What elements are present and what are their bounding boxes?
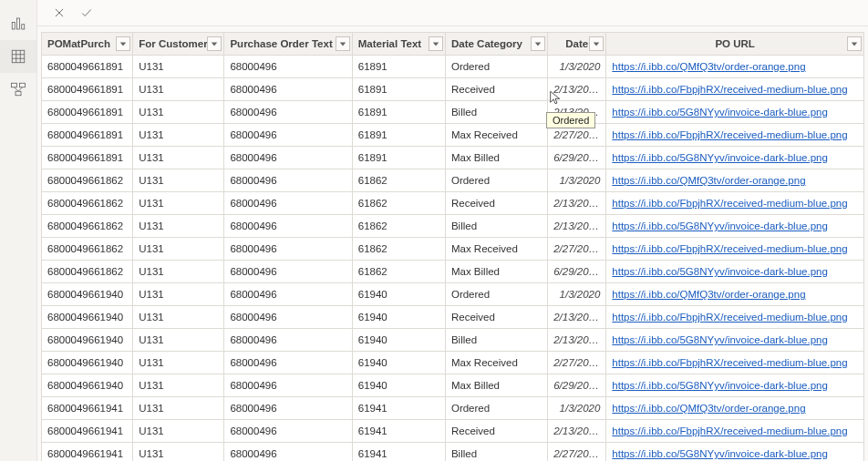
- cell[interactable]: https://i.ibb.co/FbpjhRX/received-medium…: [606, 420, 864, 443]
- cell[interactable]: Max Received: [445, 352, 547, 374]
- cell[interactable]: https://i.ibb.co/FbpjhRX/received-medium…: [606, 192, 864, 215]
- cell[interactable]: Ordered: [445, 283, 547, 306]
- cell[interactable]: 2/13/2020: [548, 215, 606, 238]
- cell[interactable]: 61891: [352, 101, 445, 124]
- cell[interactable]: 61940: [352, 352, 445, 374]
- table-row[interactable]: 6800049661940U1316800049661940Max Billed…: [42, 374, 864, 397]
- model-view-button[interactable]: [0, 73, 36, 106]
- po-url-link[interactable]: https://i.ibb.co/FbpjhRX/received-medium…: [612, 243, 847, 254]
- cell[interactable]: Received: [445, 420, 547, 443]
- table-row[interactable]: 6800049661862U1316800049661862Max Receiv…: [42, 238, 864, 261]
- cell[interactable]: U131: [133, 397, 224, 420]
- cell[interactable]: 61862: [352, 192, 445, 215]
- table-row[interactable]: 6800049661891U1316800049661891Ordered1/3…: [42, 56, 864, 78]
- po-url-link[interactable]: https://i.ibb.co/QMfQ3tv/order-orange.pn…: [612, 175, 805, 186]
- filter-icon[interactable]: [589, 36, 604, 51]
- table-row[interactable]: 6800049661941U1316800049661941Ordered1/3…: [42, 397, 864, 420]
- po-url-link[interactable]: https://i.ibb.co/5G8NYyv/invoice-dark-bl…: [612, 448, 828, 459]
- cell[interactable]: 6/29/2020: [548, 147, 606, 169]
- cell[interactable]: https://i.ibb.co/FbpjhRX/received-medium…: [606, 124, 864, 147]
- cell[interactable]: 61941: [352, 397, 445, 420]
- cell[interactable]: 68000496: [224, 147, 352, 169]
- po-url-link[interactable]: https://i.ibb.co/5G8NYyv/invoice-dark-bl…: [612, 152, 828, 163]
- cell[interactable]: 68000496: [224, 283, 352, 306]
- cell[interactable]: Ordered: [445, 56, 547, 78]
- cell[interactable]: https://i.ibb.co/5G8NYyv/invoice-dark-bl…: [606, 261, 864, 283]
- col-header-date[interactable]: Date: [548, 33, 606, 56]
- table-row[interactable]: 6800049661941U1316800049661941Received2/…: [42, 420, 864, 443]
- po-url-link[interactable]: https://i.ibb.co/FbpjhRX/received-medium…: [612, 312, 847, 323]
- cell[interactable]: 2/13/2020: [548, 78, 606, 101]
- cell[interactable]: 61940: [352, 329, 445, 352]
- cell[interactable]: https://i.ibb.co/5G8NYyv/invoice-dark-bl…: [606, 443, 864, 462]
- table-row[interactable]: 6800049661862U1316800049661862Ordered1/3…: [42, 169, 864, 192]
- cell[interactable]: U131: [133, 192, 224, 215]
- cell[interactable]: 6800049661862: [42, 192, 133, 215]
- cell[interactable]: 6/29/2020: [548, 374, 606, 397]
- cell[interactable]: 6800049661891: [42, 147, 133, 169]
- cell[interactable]: https://i.ibb.co/5G8NYyv/invoice-dark-bl…: [606, 374, 864, 397]
- cell[interactable]: 68000496: [224, 397, 352, 420]
- cell[interactable]: https://i.ibb.co/FbpjhRX/received-medium…: [606, 238, 864, 261]
- cell[interactable]: 61941: [352, 420, 445, 443]
- cell[interactable]: Billed: [445, 443, 547, 462]
- cell[interactable]: 2/27/2020: [548, 238, 606, 261]
- commit-formula-button[interactable]: [76, 4, 98, 22]
- cell[interactable]: U131: [133, 215, 224, 238]
- filter-icon[interactable]: [207, 36, 222, 51]
- cell[interactable]: https://i.ibb.co/5G8NYyv/invoice-dark-bl…: [606, 101, 864, 124]
- cell[interactable]: 6800049661891: [42, 78, 133, 101]
- cell[interactable]: U131: [133, 101, 224, 124]
- filter-icon[interactable]: [531, 36, 545, 51]
- po-url-link[interactable]: https://i.ibb.co/FbpjhRX/received-medium…: [612, 357, 847, 368]
- cell[interactable]: 61862: [352, 169, 445, 192]
- cell[interactable]: U131: [133, 352, 224, 374]
- cell[interactable]: 6/29/2020: [548, 261, 606, 283]
- cell[interactable]: 6800049661941: [42, 420, 133, 443]
- col-header-materialtext[interactable]: Material Text: [352, 33, 445, 56]
- cell[interactable]: 68000496: [224, 443, 352, 462]
- cell[interactable]: 2/27/2020: [548, 352, 606, 374]
- table-row[interactable]: 6800049661862U1316800049661862Received2/…: [42, 192, 864, 215]
- cell[interactable]: Max Billed: [445, 147, 547, 169]
- cell[interactable]: Max Billed: [445, 374, 547, 397]
- cell[interactable]: 6800049661941: [42, 443, 133, 462]
- po-url-link[interactable]: https://i.ibb.co/QMfQ3tv/order-orange.pn…: [612, 61, 805, 72]
- cell[interactable]: 68000496: [224, 192, 352, 215]
- cell[interactable]: U131: [133, 420, 224, 443]
- cell[interactable]: U131: [133, 124, 224, 147]
- cell[interactable]: Max Received: [445, 124, 547, 147]
- cell[interactable]: U131: [133, 78, 224, 101]
- cell[interactable]: U131: [133, 329, 224, 352]
- cell[interactable]: 6800049661891: [42, 124, 133, 147]
- po-url-link[interactable]: https://i.ibb.co/FbpjhRX/received-medium…: [612, 198, 847, 209]
- cell[interactable]: U131: [133, 147, 224, 169]
- cell[interactable]: U131: [133, 169, 224, 192]
- cell[interactable]: U131: [133, 56, 224, 78]
- table-row[interactable]: 6800049661940U1316800049661940Billed2/13…: [42, 329, 864, 352]
- cell[interactable]: U131: [133, 261, 224, 283]
- cell[interactable]: Billed: [445, 215, 547, 238]
- filter-icon[interactable]: [116, 36, 130, 51]
- cell[interactable]: Received: [445, 192, 547, 215]
- table-row[interactable]: 6800049661940U1316800049661940Ordered1/3…: [42, 283, 864, 306]
- col-header-datecategory[interactable]: Date Category: [445, 33, 547, 56]
- po-url-link[interactable]: https://i.ibb.co/5G8NYyv/invoice-dark-bl…: [612, 380, 828, 391]
- cell[interactable]: 1/3/2020: [548, 283, 606, 306]
- cell[interactable]: https://i.ibb.co/FbpjhRX/received-medium…: [606, 306, 864, 329]
- cell[interactable]: Billed: [445, 329, 547, 352]
- cell[interactable]: Max Billed: [445, 261, 547, 283]
- po-url-link[interactable]: https://i.ibb.co/5G8NYyv/invoice-dark-bl…: [612, 266, 828, 277]
- cell[interactable]: Received: [445, 306, 547, 329]
- cell[interactable]: https://i.ibb.co/QMfQ3tv/order-orange.pn…: [606, 56, 864, 78]
- cell[interactable]: 6800049661940: [42, 306, 133, 329]
- cell[interactable]: 6800049661941: [42, 397, 133, 420]
- po-url-link[interactable]: https://i.ibb.co/FbpjhRX/received-medium…: [612, 425, 847, 436]
- cell[interactable]: 61862: [352, 261, 445, 283]
- cell[interactable]: https://i.ibb.co/FbpjhRX/received-medium…: [606, 352, 864, 374]
- table-row[interactable]: 6800049661940U1316800049661940Max Receiv…: [42, 352, 864, 374]
- cell[interactable]: 6800049661891: [42, 101, 133, 124]
- cell[interactable]: 68000496: [224, 238, 352, 261]
- cell[interactable]: 6800049661862: [42, 238, 133, 261]
- cell[interactable]: 2/13/2020: [548, 420, 606, 443]
